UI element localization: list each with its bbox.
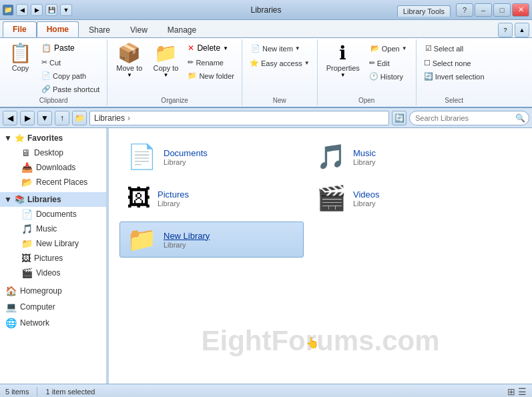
new-group-label: New — [273, 97, 286, 104]
tab-home[interactable]: Home — [37, 21, 79, 37]
easy-access-arrow: ▼ — [304, 60, 310, 66]
select-group-label: Select — [445, 97, 463, 104]
item-count: 5 items — [5, 388, 29, 396]
view-list-btn[interactable]: ☰ — [518, 386, 527, 397]
tab-share[interactable]: Share — [79, 22, 120, 37]
up-btn[interactable]: ↑ — [55, 111, 69, 125]
sidebar-item-pictures[interactable]: 🖼 Pictures — [16, 251, 106, 266]
address-path[interactable]: Libraries › — [89, 111, 389, 125]
search-input[interactable] — [409, 111, 529, 125]
forward-btn[interactable]: ▶ — [20, 111, 35, 125]
folder-icon-btn[interactable]: 📁 — [72, 111, 87, 125]
clipboard-small-col: 📋 Paste ✂ Cut 📄 Copy path 🔗 Paste shortc… — [38, 41, 103, 95]
select-all-btn[interactable]: ☑ Select all — [421, 41, 488, 56]
tab-manage[interactable]: Manage — [158, 22, 206, 37]
history-btn[interactable]: 🕐 History — [366, 70, 412, 83]
invert-selection-btn[interactable]: 🔄 Invert selection — [421, 70, 488, 83]
documents-info: Documents Library — [164, 148, 208, 166]
paste-shortcut-label: Paste shortcut — [53, 85, 99, 93]
quick-back-btn[interactable]: ◀ — [16, 4, 28, 16]
move-dropdown-arrow: ▼ — [127, 72, 132, 78]
sidebar-item-computer[interactable]: 💻 Computer — [0, 299, 106, 315]
new-folder-btn[interactable]: 📁 New folder — [184, 69, 238, 82]
window-title: Libraries — [250, 5, 281, 15]
library-item-new-library[interactable]: 📁 New Library Library — [119, 222, 304, 258]
open-btn[interactable]: 📂 Open ▼ — [366, 41, 412, 56]
history-icon: 🕐 — [369, 72, 378, 81]
cut-btn[interactable]: ✂ Cut — [38, 56, 103, 69]
invert-icon: 🔄 — [424, 72, 433, 81]
recent-btn[interactable]: ▼ — [37, 111, 52, 125]
videos-sidebar-icon: 🎬 — [21, 268, 33, 278]
libraries-items: 📄 Documents 🎵 Music 📁 New Library 🖼 Pict… — [0, 207, 106, 280]
select-none-btn[interactable]: ☐ Select none — [421, 57, 488, 69]
videos-sidebar-label: Videos — [36, 268, 60, 278]
ribbon-collapse-btn[interactable]: ▲ — [515, 23, 529, 37]
rename-btn[interactable]: ✏ Rename — [184, 56, 238, 69]
new-folder-label: New folder — [199, 72, 234, 80]
tab-view[interactable]: View — [120, 22, 158, 37]
music-sidebar-icon: 🎵 — [21, 224, 33, 234]
open-icon: 📂 — [370, 44, 380, 53]
quick-save-btn[interactable]: 💾 — [45, 4, 57, 16]
sidebar-item-downloads[interactable]: 📥 Downloads — [16, 160, 106, 175]
open-small-col: 📂 Open ▼ ✏ Edit 🕐 History — [366, 41, 412, 83]
paste-shortcut-btn[interactable]: 🔗 Paste shortcut — [38, 83, 103, 95]
close-btn[interactable]: ✕ — [512, 3, 529, 17]
properties-btn[interactable]: ℹ Properties ▼ — [322, 41, 364, 81]
back-btn[interactable]: ◀ — [3, 111, 17, 125]
copy-to-dropdown-arrow: ▼ — [163, 72, 168, 78]
view-details-btn[interactable]: ⊞ — [507, 386, 515, 397]
quick-forward-btn[interactable]: ▶ — [31, 4, 43, 16]
quick-down-btn[interactable]: ▼ — [60, 4, 72, 16]
libraries-section: ▼ 📚 Libraries 📄 Documents 🎵 Music 📁 New … — [0, 192, 106, 280]
downloads-icon: 📥 — [21, 162, 33, 173]
copy-to-btn[interactable]: 📁 Copy to ▼ — [148, 41, 183, 81]
status-separator — [37, 387, 37, 396]
copy-path-btn[interactable]: 📄 Copy path — [38, 69, 103, 82]
library-item-music[interactable]: 🎵 Music Library — [309, 139, 493, 175]
library-item-videos[interactable]: 🎬 Videos Library — [309, 180, 493, 216]
ribbon-content: 📋 Copy 📋 Paste ✂ Cut 📄 Copy path — [0, 37, 532, 107]
sidebar-item-videos[interactable]: 🎬 Videos — [16, 266, 106, 280]
search-wrapper: 🔍 — [409, 111, 529, 125]
sidebar-item-desktop[interactable]: 🖥 Desktop — [16, 145, 106, 160]
address-libraries: Libraries — [94, 113, 125, 123]
cut-icon: ✂ — [41, 58, 47, 67]
libraries-header[interactable]: ▼ 📚 Libraries — [0, 192, 106, 207]
delete-btn[interactable]: ✕ Delete ▼ — [184, 41, 238, 55]
move-to-icon: 📦 — [117, 44, 141, 63]
desktop-label: Desktop — [34, 148, 63, 157]
easy-access-btn[interactable]: ⭐ Easy access ▼ — [246, 57, 313, 69]
sidebar-item-network[interactable]: 🌐 Network — [0, 315, 106, 331]
library-item-documents[interactable]: 📄 Documents Library — [119, 139, 304, 175]
select-none-label: Select none — [433, 59, 471, 67]
ribbon-help-btn[interactable]: ? — [498, 23, 513, 37]
select-none-icon: ☐ — [424, 59, 431, 67]
select-col: ☑ Select all ☐ Select none 🔄 Invert sele… — [421, 41, 488, 83]
help-btn[interactable]: ? — [456, 3, 473, 17]
library-item-pictures[interactable]: 🖼 Pictures Library — [119, 180, 304, 216]
ribbon: File Home Share View Manage ? ▲ 📋 Copy 📋 — [0, 20, 532, 108]
videos-name: Videos — [353, 189, 380, 200]
ribbon-group-new: 📄 New item ▼ ⭐ Easy access ▼ New — [242, 39, 318, 105]
new-item-btn[interactable]: 📄 New item ▼ — [246, 41, 313, 56]
maximize-btn[interactable]: □ — [493, 3, 511, 17]
refresh-btn[interactable]: 🔄 — [392, 111, 407, 125]
sidebar-item-new-library[interactable]: 📁 New Library — [16, 236, 106, 251]
favorites-section: ▼ ⭐ Favorites 🖥 Desktop 📥 Downloads 📂 Re… — [0, 131, 106, 189]
status-bar: 5 items 1 item selected ⊞ ☰ — [0, 384, 532, 397]
select-buttons: ☑ Select all ☐ Select none 🔄 Invert sele… — [421, 41, 488, 95]
sidebar-item-documents[interactable]: 📄 Documents — [16, 207, 106, 222]
edit-btn[interactable]: ✏ Edit — [366, 57, 412, 69]
paste-btn[interactable]: 📋 Paste — [38, 41, 103, 55]
minimize-btn[interactable]: – — [475, 3, 492, 17]
sidebar-item-music[interactable]: 🎵 Music — [16, 222, 106, 236]
copy-large-btn[interactable]: 📋 Copy — [4, 41, 37, 75]
move-to-btn[interactable]: 📦 Move to ▼ — [111, 41, 147, 81]
sidebar-item-homegroup[interactable]: 🏠 Homegroup — [0, 283, 106, 299]
favorites-header[interactable]: ▼ ⭐ Favorites — [0, 131, 106, 145]
tab-file[interactable]: File — [3, 21, 37, 37]
favorites-items: 🖥 Desktop 📥 Downloads 📂 Recent Places — [0, 145, 106, 189]
sidebar-item-recent-places[interactable]: 📂 Recent Places — [16, 175, 106, 189]
